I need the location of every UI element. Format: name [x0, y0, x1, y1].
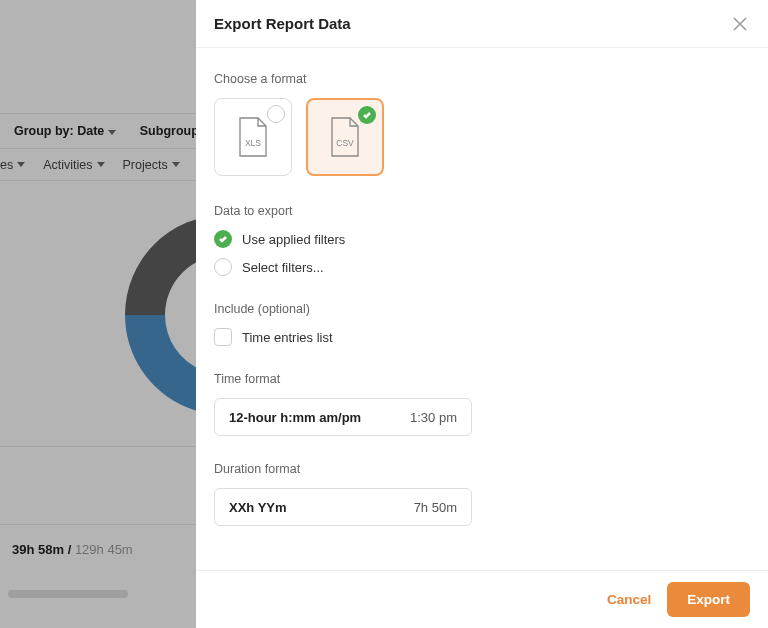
- checkbox-time-entries[interactable]: Time entries list: [214, 328, 750, 346]
- check-icon: [218, 234, 228, 244]
- time-format-label: Time format: [214, 372, 750, 386]
- radio-use-applied-filters[interactable]: Use applied filters: [214, 230, 750, 248]
- close-button[interactable]: [730, 14, 750, 34]
- export-button[interactable]: Export: [667, 582, 750, 617]
- svg-text:CSV: CSV: [336, 138, 354, 148]
- radio-unchecked-icon: [214, 258, 232, 276]
- duration-format-select[interactable]: XXh YYm 7h 50m: [214, 488, 472, 526]
- export-modal: Export Report Data Choose a format XLS: [196, 0, 768, 628]
- format-cards: XLS CSV: [214, 98, 750, 176]
- radio-label: Use applied filters: [242, 232, 345, 247]
- choose-format-label: Choose a format: [214, 72, 750, 86]
- file-xls-icon: XLS: [236, 116, 270, 158]
- time-format-select[interactable]: 12-hour h:mm am/pm 1:30 pm: [214, 398, 472, 436]
- radio-checked-icon: [358, 106, 376, 124]
- modal-footer: Cancel Export: [196, 570, 768, 628]
- radio-unchecked-icon: [267, 105, 285, 123]
- duration-format-label: Duration format: [214, 462, 750, 476]
- select-value: 12-hour h:mm am/pm: [229, 410, 361, 425]
- file-csv-icon: CSV: [328, 116, 362, 158]
- format-card-xls[interactable]: XLS: [214, 98, 292, 176]
- modal-header: Export Report Data: [196, 0, 768, 48]
- radio-select-filters[interactable]: Select filters...: [214, 258, 750, 276]
- radio-checked-icon: [214, 230, 232, 248]
- checkbox-label: Time entries list: [242, 330, 333, 345]
- checkbox-unchecked-icon: [214, 328, 232, 346]
- close-icon: [732, 16, 748, 32]
- modal-body: Choose a format XLS: [196, 48, 768, 570]
- data-to-export-label: Data to export: [214, 204, 750, 218]
- include-label: Include (optional): [214, 302, 750, 316]
- radio-label: Select filters...: [242, 260, 324, 275]
- select-example: 1:30 pm: [410, 410, 457, 425]
- select-example: 7h 50m: [414, 500, 457, 515]
- check-icon: [362, 110, 372, 120]
- format-card-csv[interactable]: CSV: [306, 98, 384, 176]
- cancel-button[interactable]: Cancel: [607, 592, 651, 607]
- select-value: XXh YYm: [229, 500, 287, 515]
- svg-text:XLS: XLS: [245, 138, 261, 148]
- modal-title: Export Report Data: [214, 15, 351, 32]
